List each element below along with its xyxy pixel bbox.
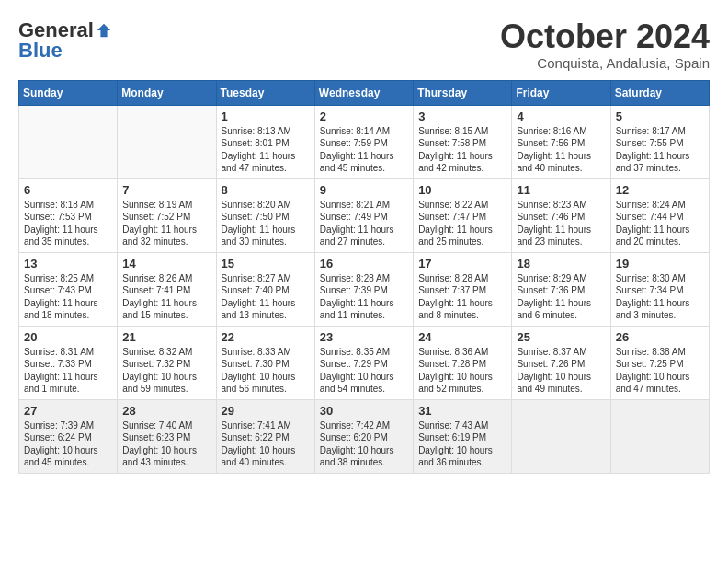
calendar-day-cell: 10Sunrise: 8:22 AM Sunset: 7:47 PM Dayli… xyxy=(414,178,512,252)
calendar-day-cell: 19Sunrise: 8:30 AM Sunset: 7:34 PM Dayli… xyxy=(610,252,709,326)
day-number: 2 xyxy=(320,109,408,123)
day-number: 19 xyxy=(616,257,704,270)
calendar-day-cell: 29Sunrise: 7:41 AM Sunset: 6:22 PM Dayli… xyxy=(216,399,314,473)
day-info: Sunrise: 8:15 AM Sunset: 7:58 PM Dayligh… xyxy=(418,125,506,175)
day-number: 22 xyxy=(222,330,310,344)
calendar-day-cell: 11Sunrise: 8:23 AM Sunset: 7:46 PM Dayli… xyxy=(512,178,610,252)
day-number: 20 xyxy=(24,330,112,344)
calendar-day-cell xyxy=(512,399,610,473)
calendar-day-cell: 3Sunrise: 8:15 AM Sunset: 7:58 PM Daylig… xyxy=(414,105,512,178)
day-info: Sunrise: 8:24 AM Sunset: 7:44 PM Dayligh… xyxy=(616,199,704,248)
calendar-day-cell: 20Sunrise: 8:31 AM Sunset: 7:33 PM Dayli… xyxy=(19,326,118,399)
day-info: Sunrise: 8:29 AM Sunset: 7:36 PM Dayligh… xyxy=(517,272,605,322)
day-number: 6 xyxy=(24,183,112,197)
day-number: 26 xyxy=(616,330,704,344)
day-number: 23 xyxy=(320,330,408,344)
day-number: 10 xyxy=(418,183,506,197)
day-info: Sunrise: 7:41 AM Sunset: 6:22 PM Dayligh… xyxy=(222,419,310,469)
day-info: Sunrise: 8:16 AM Sunset: 7:56 PM Dayligh… xyxy=(517,125,605,175)
day-number: 13 xyxy=(24,257,112,270)
calendar-week-row: 20Sunrise: 8:31 AM Sunset: 7:33 PM Dayli… xyxy=(19,326,710,399)
day-number: 28 xyxy=(122,404,210,418)
calendar-day-cell: 28Sunrise: 7:40 AM Sunset: 6:23 PM Dayli… xyxy=(118,399,216,473)
day-number: 27 xyxy=(24,404,112,418)
calendar-day-cell: 1Sunrise: 8:13 AM Sunset: 8:01 PM Daylig… xyxy=(216,105,314,178)
day-number: 30 xyxy=(320,404,408,418)
calendar-day-cell xyxy=(610,399,709,473)
weekday-header: Thursday xyxy=(414,80,512,105)
day-number: 9 xyxy=(320,183,408,197)
day-number: 16 xyxy=(320,257,408,270)
calendar-day-cell: 17Sunrise: 8:28 AM Sunset: 7:37 PM Dayli… xyxy=(414,252,512,326)
calendar-day-cell: 9Sunrise: 8:21 AM Sunset: 7:49 PM Daylig… xyxy=(314,178,413,252)
calendar-day-cell: 15Sunrise: 8:27 AM Sunset: 7:40 PM Dayli… xyxy=(216,252,314,326)
calendar-day-cell: 8Sunrise: 8:20 AM Sunset: 7:50 PM Daylig… xyxy=(216,178,314,252)
weekday-header: Monday xyxy=(118,80,216,105)
day-info: Sunrise: 8:25 AM Sunset: 7:43 PM Dayligh… xyxy=(24,272,112,322)
calendar-day-cell xyxy=(118,105,216,178)
day-number: 7 xyxy=(122,183,210,197)
calendar-day-cell: 2Sunrise: 8:14 AM Sunset: 7:59 PM Daylig… xyxy=(314,105,413,178)
day-info: Sunrise: 7:42 AM Sunset: 6:20 PM Dayligh… xyxy=(320,419,408,469)
day-info: Sunrise: 8:28 AM Sunset: 7:37 PM Dayligh… xyxy=(418,272,506,322)
calendar-day-cell: 18Sunrise: 8:29 AM Sunset: 7:36 PM Dayli… xyxy=(512,252,610,326)
calendar-day-cell: 14Sunrise: 8:26 AM Sunset: 7:41 PM Dayli… xyxy=(118,252,216,326)
calendar-day-cell: 5Sunrise: 8:17 AM Sunset: 7:55 PM Daylig… xyxy=(610,105,709,178)
day-info: Sunrise: 8:32 AM Sunset: 7:32 PM Dayligh… xyxy=(122,346,210,396)
day-number: 15 xyxy=(222,257,310,270)
day-number: 29 xyxy=(222,404,310,418)
calendar-day-cell: 12Sunrise: 8:24 AM Sunset: 7:44 PM Dayli… xyxy=(610,178,709,252)
page-header: General Blue October 2024 Conquista, And… xyxy=(18,18,710,71)
day-info: Sunrise: 8:13 AM Sunset: 8:01 PM Dayligh… xyxy=(222,125,310,175)
calendar-header-row: SundayMondayTuesdayWednesdayThursdayFrid… xyxy=(19,80,710,105)
weekday-header: Friday xyxy=(512,80,610,105)
calendar-day-cell xyxy=(19,105,118,178)
calendar-day-cell: 23Sunrise: 8:35 AM Sunset: 7:29 PM Dayli… xyxy=(314,326,413,399)
day-number: 5 xyxy=(616,109,704,123)
day-number: 12 xyxy=(616,183,704,197)
calendar-week-row: 6Sunrise: 8:18 AM Sunset: 7:53 PM Daylig… xyxy=(19,178,710,252)
day-number: 31 xyxy=(418,404,506,418)
day-info: Sunrise: 8:18 AM Sunset: 7:53 PM Dayligh… xyxy=(24,199,112,248)
day-number: 8 xyxy=(222,183,310,197)
day-info: Sunrise: 8:23 AM Sunset: 7:46 PM Dayligh… xyxy=(517,199,605,248)
weekday-header: Saturday xyxy=(610,80,709,105)
day-info: Sunrise: 8:28 AM Sunset: 7:39 PM Dayligh… xyxy=(320,272,408,322)
day-info: Sunrise: 8:35 AM Sunset: 7:29 PM Dayligh… xyxy=(320,346,408,396)
logo-icon xyxy=(96,22,112,39)
day-info: Sunrise: 8:36 AM Sunset: 7:28 PM Dayligh… xyxy=(418,346,506,396)
day-info: Sunrise: 8:38 AM Sunset: 7:25 PM Dayligh… xyxy=(616,346,704,396)
calendar-day-cell: 4Sunrise: 8:16 AM Sunset: 7:56 PM Daylig… xyxy=(512,105,610,178)
day-number: 11 xyxy=(517,183,605,197)
title-section: October 2024 Conquista, Andalusia, Spain xyxy=(500,18,710,71)
calendar-day-cell: 26Sunrise: 8:38 AM Sunset: 7:25 PM Dayli… xyxy=(610,326,709,399)
day-number: 21 xyxy=(122,330,210,344)
day-info: Sunrise: 8:33 AM Sunset: 7:30 PM Dayligh… xyxy=(222,346,310,396)
day-info: Sunrise: 8:30 AM Sunset: 7:34 PM Dayligh… xyxy=(616,272,704,322)
calendar-table: SundayMondayTuesdayWednesdayThursdayFrid… xyxy=(18,80,710,474)
calendar-day-cell: 7Sunrise: 8:19 AM Sunset: 7:52 PM Daylig… xyxy=(118,178,216,252)
weekday-header: Sunday xyxy=(19,80,118,105)
day-info: Sunrise: 8:20 AM Sunset: 7:50 PM Dayligh… xyxy=(222,199,310,248)
day-number: 24 xyxy=(418,330,506,344)
day-number: 25 xyxy=(517,330,605,344)
calendar-day-cell: 24Sunrise: 8:36 AM Sunset: 7:28 PM Dayli… xyxy=(414,326,512,399)
day-number: 18 xyxy=(517,257,605,270)
calendar-day-cell: 16Sunrise: 8:28 AM Sunset: 7:39 PM Dayli… xyxy=(314,252,413,326)
calendar-day-cell: 6Sunrise: 8:18 AM Sunset: 7:53 PM Daylig… xyxy=(19,178,118,252)
calendar-week-row: 13Sunrise: 8:25 AM Sunset: 7:43 PM Dayli… xyxy=(19,252,710,326)
weekday-header: Wednesday xyxy=(314,80,413,105)
calendar-day-cell: 25Sunrise: 8:37 AM Sunset: 7:26 PM Dayli… xyxy=(512,326,610,399)
month-title: October 2024 xyxy=(500,18,710,55)
day-number: 14 xyxy=(122,257,210,270)
calendar-day-cell: 27Sunrise: 7:39 AM Sunset: 6:24 PM Dayli… xyxy=(19,399,118,473)
day-info: Sunrise: 8:14 AM Sunset: 7:59 PM Dayligh… xyxy=(320,125,408,175)
weekday-header: Tuesday xyxy=(216,80,314,105)
calendar-day-cell: 13Sunrise: 8:25 AM Sunset: 7:43 PM Dayli… xyxy=(19,252,118,326)
day-info: Sunrise: 8:19 AM Sunset: 7:52 PM Dayligh… xyxy=(122,199,210,248)
day-info: Sunrise: 8:27 AM Sunset: 7:40 PM Dayligh… xyxy=(222,272,310,322)
calendar-day-cell: 30Sunrise: 7:42 AM Sunset: 6:20 PM Dayli… xyxy=(314,399,413,473)
day-number: 3 xyxy=(418,109,506,123)
day-info: Sunrise: 7:39 AM Sunset: 6:24 PM Dayligh… xyxy=(24,419,112,469)
day-info: Sunrise: 7:40 AM Sunset: 6:23 PM Dayligh… xyxy=(122,419,210,469)
